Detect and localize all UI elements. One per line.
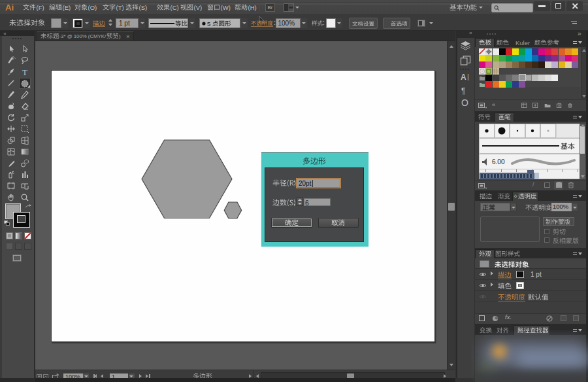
svg-text:T: T bbox=[22, 67, 27, 77]
